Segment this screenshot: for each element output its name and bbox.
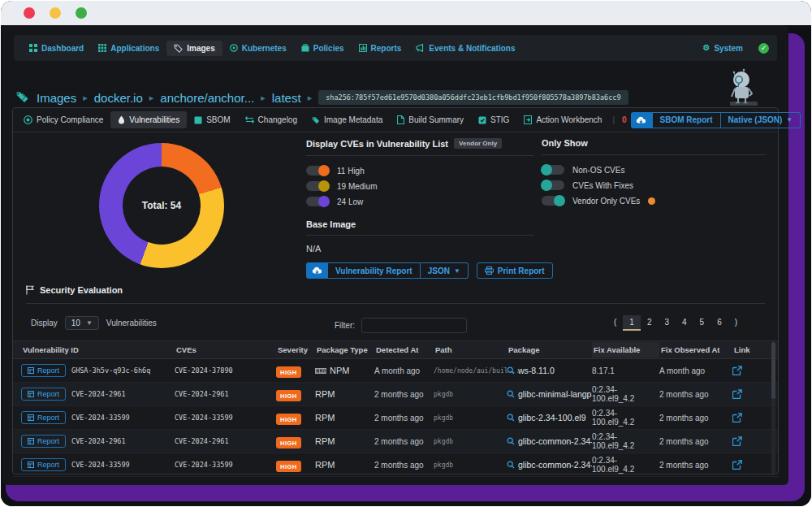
report-button[interactable]: Report (21, 364, 66, 377)
pagination-prev[interactable]: ( (607, 315, 623, 331)
report-button[interactable]: Report (21, 411, 66, 424)
vulnerability-report-button[interactable]: Vulnerability Report (327, 262, 421, 279)
pagination-page-6[interactable]: 6 (710, 315, 728, 331)
nav-item-applications[interactable]: Applications (91, 41, 166, 56)
magnifier-icon (507, 414, 515, 422)
pagination-page-5[interactable]: 5 (693, 315, 711, 331)
fix-available: 0:2.34-100.el9_4.2 (592, 456, 659, 474)
nav-item-events-notifications[interactable]: Events & Notifications (408, 41, 522, 56)
col-header-cves[interactable]: CVEs (175, 342, 276, 358)
col-header-fix-observed-at[interactable]: Fix Observed At (659, 342, 732, 358)
sbom-download-button[interactable] (631, 112, 652, 128)
breadcrumb-images[interactable]: Images (37, 91, 76, 105)
window-close-button[interactable] (24, 7, 35, 19)
report-button[interactable]: Report (21, 388, 66, 401)
vulnerability-report-download-button[interactable] (306, 262, 327, 279)
nav-label: Applications (110, 44, 159, 53)
col-header-package[interactable]: Package (507, 342, 592, 358)
report-format-select[interactable]: JSON ▼ (421, 262, 469, 279)
external-link-icon[interactable] (732, 436, 770, 446)
base-image-value: N/A (306, 244, 533, 254)
nav-item-images[interactable]: Images (166, 41, 222, 56)
tab-stig[interactable]: STIG (471, 111, 516, 128)
magnifier-icon (507, 437, 515, 445)
nav-label: Reports (371, 44, 402, 53)
breadcrumb-registry[interactable]: docker.io (94, 91, 143, 105)
col-header-severity[interactable]: Severity (276, 342, 315, 358)
package-type: RPM (315, 413, 374, 422)
nav-item-dashboard[interactable]: Dashboard (22, 41, 91, 56)
tab-action-workbench[interactable]: Action Workbench (516, 111, 609, 128)
severity-badge: HIGH (276, 366, 301, 378)
nav-label: System (714, 44, 743, 53)
cve-display-title-row: Display CVEs in Vulnerability List Vendo… (306, 138, 533, 149)
page-size-select[interactable]: 10 ▼ (65, 316, 99, 330)
col-header-fix-available[interactable]: Fix Available (592, 342, 659, 358)
legend-toggle-low[interactable]: 24 Low (306, 195, 533, 208)
toggle-cves-with-fixes[interactable]: CVEs With Fixes (542, 179, 766, 192)
vulnerability-id: CVE-2024-2961 (71, 437, 126, 445)
tab-build-summary[interactable]: Build Summary (390, 111, 471, 128)
table-scrollbar[interactable] (771, 342, 775, 474)
document-icon (397, 115, 404, 124)
external-link-icon[interactable] (732, 413, 770, 422)
breadcrumb-tag[interactable]: latest (272, 91, 301, 105)
scrollbar-thumb[interactable] (771, 342, 775, 399)
external-link-icon[interactable] (732, 460, 770, 470)
tab-image-metadata[interactable]: Image Metadata (304, 111, 390, 128)
breadcrumb-separator: ▸ (261, 93, 266, 103)
image-digest: sha256:785f57ed61e9570d0380a056ddfc23eb1… (318, 90, 628, 105)
nav-item-kubernetes[interactable]: Kubernetes (222, 41, 294, 56)
tab-label: Policy Compliance (37, 115, 103, 124)
breadcrumb-repository[interactable]: anchore/anchor... (160, 91, 254, 105)
legend-toggle-high[interactable]: 11 High (306, 164, 533, 177)
col-header-vulnerability-id[interactable]: Vulnerability ID (21, 342, 175, 358)
package-link[interactable]: glibc-2.34-100.el9 (507, 413, 592, 422)
external-link-icon[interactable] (732, 389, 770, 399)
col-header-detected-at[interactable]: Detected At (374, 342, 434, 358)
table-row: Report CVE-2024-33599 CVE-2024-33599 HIG… (13, 406, 778, 430)
package-link[interactable]: glibc-common-2.34-10 (507, 436, 592, 446)
pagination-page-2[interactable]: 2 (641, 315, 659, 331)
report-button[interactable]: Report (21, 458, 66, 471)
window-minimize-button[interactable] (50, 7, 61, 19)
tab-label: Vulnerabilities (129, 115, 179, 124)
pagination-page-4[interactable]: 4 (676, 315, 693, 331)
col-header-link[interactable]: Link (732, 342, 770, 358)
pagination-next[interactable]: ) (728, 315, 744, 331)
pagination-page-1[interactable]: 1 (623, 315, 641, 331)
filter-input[interactable] (361, 318, 467, 333)
package-link[interactable]: glibc-common-2.34-10 (507, 460, 592, 470)
toggle-knob (554, 195, 565, 206)
table-row: Report GHSA-3h5v-q93c-6h6q CVE-2024-3789… (13, 359, 778, 383)
legend-toggle-medium[interactable]: 19 Medium (306, 180, 533, 193)
print-report-button[interactable]: Print Report (477, 262, 553, 279)
package-link[interactable]: ws-8.11.0 (507, 366, 592, 375)
toggle-switch (306, 166, 329, 176)
report-button[interactable]: Report (21, 435, 66, 448)
breadcrumb-separator: ▸ (83, 93, 88, 103)
toggle-vendor-only-cves[interactable]: Vendor Only CVEs (542, 194, 766, 207)
window-zoom-button[interactable] (76, 7, 87, 19)
nav-item-reports[interactable]: Reports (352, 41, 409, 56)
sbom-report-button[interactable]: SBOM Report (652, 112, 721, 128)
severity-badge: HIGH (276, 461, 301, 472)
tab-sbom[interactable]: SBOM (187, 111, 237, 128)
nav-item-policies[interactable]: Policies (294, 41, 352, 56)
tab-policy-compliance[interactable]: Policy Compliance (16, 111, 110, 128)
col-header-package-type[interactable]: Package Type (315, 342, 374, 358)
nav-item-system[interactable]: ⚙ System (695, 41, 750, 56)
pagination-page-3[interactable]: 3 (658, 315, 676, 331)
package-link[interactable]: glibc-minimal-langpack (507, 389, 592, 399)
col-header-path[interactable]: Path (434, 342, 507, 358)
toggle-non-os-cves[interactable]: Non-OS CVEs (542, 163, 766, 176)
tab-changelog[interactable]: Changelog (238, 111, 304, 128)
fix-available: 0:2.34-100.el9_4.2 (592, 385, 659, 403)
system-health-check-icon[interactable]: ✓ (758, 43, 769, 54)
divider (306, 155, 533, 156)
sbom-format-select[interactable]: Native (JSON) ▼ (721, 112, 801, 128)
external-link-icon[interactable] (732, 366, 770, 375)
tab-vulnerabilities[interactable]: Vulnerabilities (110, 111, 187, 128)
info-icon[interactable] (648, 197, 655, 205)
window-titlebar (1, 1, 811, 25)
